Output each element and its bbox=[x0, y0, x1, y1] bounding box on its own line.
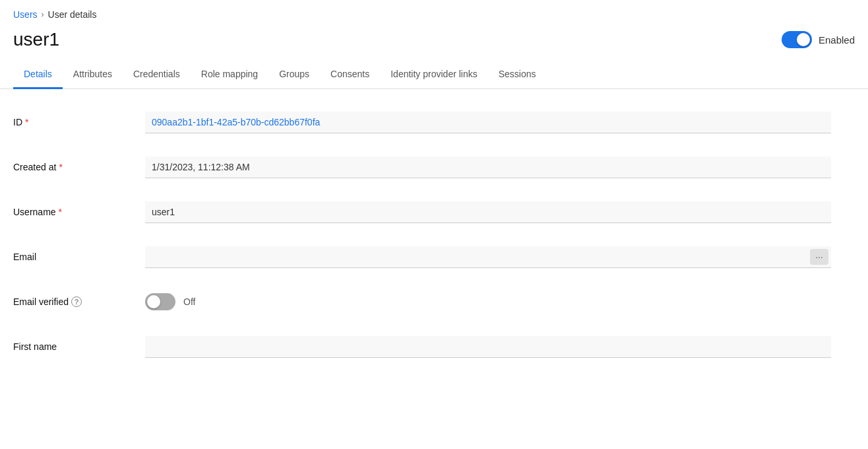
tab-attributes[interactable]: Attributes bbox=[63, 61, 123, 89]
page-header: user1 Enabled bbox=[0, 26, 868, 61]
email-action-button[interactable]: ··· bbox=[810, 249, 828, 265]
username-label: Username * bbox=[13, 207, 145, 217]
username-field bbox=[145, 201, 831, 223]
created-at-input[interactable] bbox=[145, 156, 831, 178]
tab-details[interactable]: Details bbox=[13, 61, 63, 89]
breadcrumb: Users › User details bbox=[0, 0, 868, 26]
first-name-input[interactable] bbox=[145, 336, 831, 358]
email-verified-label: Email verified ? bbox=[13, 296, 145, 307]
form-content: ID * Created at * Username * Email bbox=[0, 89, 844, 392]
created-at-row: Created at * bbox=[13, 154, 831, 180]
id-required-star: * bbox=[25, 117, 28, 127]
id-label: ID * bbox=[13, 117, 145, 127]
username-required-star: * bbox=[59, 207, 62, 217]
email-input[interactable] bbox=[145, 246, 831, 268]
email-verified-help-icon[interactable]: ? bbox=[71, 296, 82, 307]
tab-sessions[interactable]: Sessions bbox=[488, 61, 547, 89]
breadcrumb-users-link[interactable]: Users bbox=[13, 9, 38, 20]
enabled-section: Enabled bbox=[782, 31, 855, 48]
tab-consents[interactable]: Consents bbox=[320, 61, 380, 89]
created-at-field bbox=[145, 156, 831, 178]
breadcrumb-separator: › bbox=[42, 10, 44, 19]
id-input[interactable] bbox=[145, 112, 831, 133]
email-label: Email bbox=[13, 252, 145, 262]
first-name-field bbox=[145, 336, 831, 358]
id-field bbox=[145, 112, 831, 133]
email-verified-toggle[interactable] bbox=[145, 293, 175, 310]
email-verified-row: Email verified ? Off bbox=[13, 289, 831, 315]
enabled-toggle-thumb bbox=[797, 33, 810, 46]
tab-credentials[interactable]: Credentials bbox=[123, 61, 191, 89]
created-at-label: Created at * bbox=[13, 162, 145, 172]
enabled-toggle[interactable] bbox=[782, 31, 812, 48]
email-action-icon: ··· bbox=[815, 252, 823, 262]
email-verified-state-label: Off bbox=[183, 296, 195, 307]
first-name-label: First name bbox=[13, 341, 145, 352]
email-verified-toggle-thumb bbox=[147, 295, 160, 308]
id-row: ID * bbox=[13, 109, 831, 135]
tab-identity-provider-links[interactable]: Identity provider links bbox=[380, 61, 488, 89]
page-title: user1 bbox=[13, 29, 59, 50]
tabs-bar: Details Attributes Credentials Role mapp… bbox=[0, 61, 868, 89]
tab-groups[interactable]: Groups bbox=[268, 61, 320, 89]
first-name-row: First name bbox=[13, 333, 831, 360]
username-input[interactable] bbox=[145, 201, 831, 223]
username-row: Username * bbox=[13, 199, 831, 225]
email-verified-toggle-row: Off bbox=[145, 293, 831, 310]
tab-role-mapping[interactable]: Role mapping bbox=[191, 61, 268, 89]
created-at-required-star: * bbox=[59, 162, 62, 172]
email-field: ··· bbox=[145, 246, 831, 268]
email-verified-field: Off bbox=[145, 293, 831, 310]
enabled-label: Enabled bbox=[819, 34, 855, 46]
email-row: Email ··· bbox=[13, 244, 831, 270]
email-input-wrapper: ··· bbox=[145, 246, 831, 268]
breadcrumb-current: User details bbox=[48, 9, 97, 20]
